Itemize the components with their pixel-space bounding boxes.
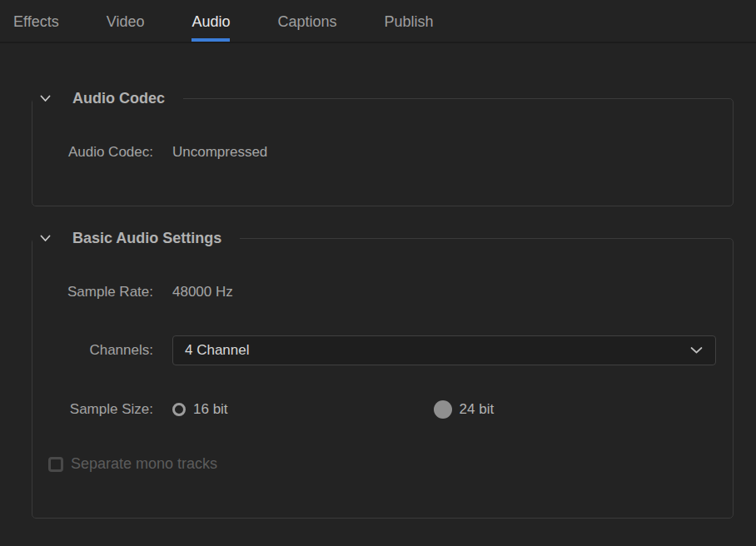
channels-dropdown[interactable]: 4 Channel (172, 335, 716, 365)
separate-mono-tracks-row: Separate mono tracks (48, 455, 733, 473)
tabbar-divider (0, 42, 756, 43)
audio-codec-section: Audio Codec Audio Codec: Uncompressed (32, 90, 734, 206)
sample-size-24bit-radio[interactable]: 24 bit (434, 400, 495, 419)
tab-captions[interactable]: Captions (277, 0, 336, 42)
audio-codec-row: Audio Codec: Uncompressed (32, 144, 733, 161)
radio-unselected-icon (172, 403, 186, 416)
section-title: Basic Audio Settings (72, 230, 221, 247)
sample-size-row: Sample Size: 16 bit 24 bit (32, 400, 733, 419)
audio-codec-label: Audio Codec: (32, 144, 153, 161)
tab-audio[interactable]: Audio (191, 0, 230, 42)
sample-rate-row: Sample Rate: 48000 Hz (32, 284, 733, 300)
audio-codec-value: Uncompressed (172, 144, 267, 161)
chevron-down-icon (40, 235, 51, 242)
radio-selected-icon (434, 400, 452, 419)
sample-size-label: Sample Size: (32, 401, 153, 418)
channels-row: Channels: 4 Channel (32, 335, 733, 365)
sample-rate-label: Sample Rate: (32, 284, 153, 300)
sample-rate-value: 48000 Hz (172, 284, 233, 300)
chevron-down-icon (40, 95, 51, 102)
basic-audio-settings-section: Basic Audio Settings Sample Rate: 48000 … (32, 230, 734, 519)
audio-codec-section-header[interactable]: Audio Codec (32, 90, 183, 107)
tab-effects[interactable]: Effects (13, 0, 59, 42)
export-settings-tabbar: Effects Video Audio Captions Publish (0, 0, 756, 42)
chevron-down-icon (690, 347, 703, 355)
tab-video[interactable]: Video (107, 0, 145, 42)
sample-size-24bit-label: 24 bit (460, 401, 495, 418)
basic-audio-settings-header[interactable]: Basic Audio Settings (32, 230, 240, 247)
sample-size-16bit-radio[interactable]: 16 bit (172, 401, 228, 418)
section-title: Audio Codec (72, 90, 165, 107)
channels-selected-value: 4 Channel (185, 342, 250, 359)
separate-mono-tracks-checkbox[interactable] (48, 457, 63, 472)
tab-publish[interactable]: Publish (385, 0, 434, 42)
sample-size-16bit-label: 16 bit (193, 401, 228, 418)
channels-label: Channels: (32, 342, 153, 359)
separate-mono-tracks-label: Separate mono tracks (71, 455, 217, 473)
